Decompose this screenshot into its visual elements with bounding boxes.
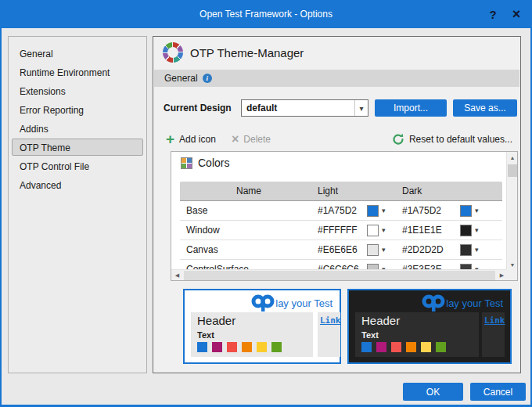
preview-content-box: HeaderText bbox=[191, 312, 313, 357]
plus-icon: + bbox=[166, 132, 174, 146]
sidebar-item-otp-control-file[interactable]: OTP Control File bbox=[12, 157, 143, 175]
table-row[interactable]: Base#1A75D2▾#1A75D2▾ bbox=[180, 201, 502, 221]
sidebar-item-error-reporting[interactable]: Error Reporting bbox=[12, 101, 143, 118]
dark-color-swatch bbox=[460, 205, 472, 217]
preview-link-box: Link bbox=[318, 312, 340, 357]
scroll-up-icon[interactable]: ▲ bbox=[507, 152, 518, 164]
ok-button[interactable]: OK bbox=[403, 383, 463, 401]
column-header-name[interactable]: Name bbox=[180, 185, 318, 196]
chevron-down-icon[interactable]: ▾ bbox=[382, 226, 386, 234]
dark-color-picker[interactable]: ▾ bbox=[460, 205, 495, 217]
light-color-swatch bbox=[367, 225, 379, 236]
close-button[interactable]: × bbox=[507, 5, 526, 23]
dark-color-swatch bbox=[460, 244, 472, 256]
preview-swatch bbox=[361, 342, 372, 352]
dark-color-swatch bbox=[460, 225, 472, 236]
horizontal-scroll-thumb[interactable] bbox=[184, 271, 495, 280]
preview-link-label: Link bbox=[320, 315, 341, 326]
sidebar-item-general[interactable]: General bbox=[12, 45, 143, 62]
chevron-down-icon[interactable]: ▾ bbox=[475, 246, 479, 254]
add-icon-button[interactable]: + Add icon bbox=[166, 130, 216, 149]
preview-swatch-strip bbox=[361, 342, 446, 352]
preview-link-label: Link bbox=[484, 315, 505, 326]
save-as-button[interactable]: Save as... bbox=[453, 99, 517, 117]
light-color-picker[interactable]: ▾ bbox=[367, 225, 402, 236]
preview-swatch bbox=[376, 342, 386, 352]
sidebar-item-runtime-environment[interactable]: Runtime Environment bbox=[12, 63, 143, 81]
colors-scroll-panel: Colors NameLightDarkBase#1A75D2▾#1A75D2▾… bbox=[171, 151, 518, 281]
cancel-button[interactable]: Cancel bbox=[470, 383, 526, 401]
table-row[interactable]: Window#FFFFFF▾#1E1E1E▾ bbox=[180, 221, 502, 240]
light-color-swatch bbox=[367, 244, 379, 256]
titlebar-buttons: ? × bbox=[483, 0, 526, 28]
current-design-select[interactable]: default ▾ bbox=[241, 99, 368, 117]
sidebar-item-extensions[interactable]: Extensions bbox=[12, 82, 143, 99]
icon-toolbar: + Add icon × Delete Reset to default val… bbox=[153, 130, 520, 149]
preview-link-box: Link bbox=[482, 312, 505, 357]
options-dialog: Open Test Framework - Options ? × Genera… bbox=[0, 0, 532, 407]
sidebar-item-otp-theme[interactable]: OTP Theme bbox=[12, 139, 143, 156]
colors-title: Colors bbox=[198, 157, 229, 169]
delete-label: Delete bbox=[243, 134, 271, 145]
scroll-left-icon[interactable]: ◀ bbox=[171, 270, 183, 281]
preview-header-label: Header bbox=[361, 314, 400, 327]
vertical-scroll-thumb[interactable] bbox=[508, 164, 517, 177]
table-row[interactable]: Canvas#E6E6E6▾#2D2D2D▾ bbox=[180, 240, 502, 260]
reset-defaults-button[interactable]: Reset to default values... bbox=[392, 130, 512, 149]
delete-button[interactable]: × Delete bbox=[232, 130, 271, 149]
chevron-down-icon[interactable]: ▾ bbox=[382, 207, 386, 214]
preview-swatch bbox=[212, 342, 222, 352]
reset-label: Reset to default values... bbox=[409, 134, 512, 145]
horizontal-scrollbar[interactable]: ◀ ▶ bbox=[171, 269, 508, 280]
chevron-down-icon[interactable]: ▾ bbox=[382, 246, 386, 254]
otp-logo-ring-icon bbox=[163, 42, 183, 63]
chevron-down-icon[interactable]: ▾ bbox=[475, 226, 479, 234]
chevron-down-icon[interactable]: ▾ bbox=[475, 207, 479, 214]
dark-color-picker[interactable]: ▾ bbox=[460, 244, 495, 256]
light-hex-value: #E6E6E6 bbox=[318, 244, 367, 255]
logo-text: lay your Test bbox=[275, 297, 332, 309]
preview-swatch bbox=[227, 342, 237, 352]
import-button[interactable]: Import... bbox=[375, 99, 447, 117]
preview-swatch bbox=[271, 342, 282, 352]
preview-swatch bbox=[197, 342, 207, 352]
vertical-scrollbar[interactable]: ▲ ▼ bbox=[506, 152, 517, 271]
color-quad bbox=[187, 164, 192, 168]
column-header-light[interactable]: Light bbox=[318, 185, 367, 196]
preview-header-label: Header bbox=[197, 314, 235, 327]
dark-hex-value: #2D2D2D bbox=[402, 244, 460, 255]
light-color-swatch bbox=[367, 205, 379, 217]
info-icon[interactable]: i bbox=[203, 74, 212, 83]
dark-color-picker[interactable]: ▾ bbox=[460, 225, 495, 236]
panel-header: OTP Theme-Manager bbox=[163, 42, 304, 63]
otp-theme-panel: OTP Theme-Manager General i Current Desi… bbox=[153, 36, 521, 373]
light-theme-preview[interactable]: lay your TestHeaderTextLink bbox=[183, 289, 341, 364]
logo-text: lay your Test bbox=[446, 297, 503, 309]
current-design-label: Current Design bbox=[164, 103, 232, 113]
colors-grid-icon bbox=[181, 157, 192, 169]
light-color-picker[interactable]: ▾ bbox=[367, 205, 402, 217]
colors-heading: Colors bbox=[181, 157, 229, 169]
preview-swatch bbox=[436, 342, 446, 352]
preview-text-label: Text bbox=[197, 330, 214, 340]
title-bar[interactable]: Open Test Framework - Options ? × bbox=[0, 0, 532, 28]
dark-theme-preview[interactable]: lay your TestHeaderTextLink bbox=[347, 289, 512, 364]
color-name: Canvas bbox=[180, 244, 318, 255]
op-logo-icon bbox=[422, 294, 445, 312]
window-title: Open Test Framework - Options bbox=[200, 9, 332, 20]
column-header-dark[interactable]: Dark bbox=[402, 185, 460, 196]
sidebar-item-advanced[interactable]: Advanced bbox=[12, 176, 143, 193]
dark-hex-value: #1A75D2 bbox=[402, 205, 460, 216]
dark-hex-value: #1E1E1E bbox=[402, 225, 460, 236]
chevron-down-icon[interactable]: ▾ bbox=[354, 100, 368, 116]
section-label: General bbox=[164, 73, 198, 84]
scrollbar-corner bbox=[506, 269, 517, 280]
preview-content-box: HeaderText bbox=[355, 312, 479, 357]
refresh-icon bbox=[392, 133, 404, 146]
help-button[interactable]: ? bbox=[483, 5, 502, 23]
preview-swatch bbox=[406, 342, 416, 352]
preview-swatch-strip bbox=[197, 342, 282, 352]
light-color-picker[interactable]: ▾ bbox=[367, 244, 402, 256]
dialog-client-area: GeneralRuntime EnvironmentExtensionsErro… bbox=[2, 28, 530, 405]
sidebar-item-addins[interactable]: Addins bbox=[12, 120, 143, 137]
